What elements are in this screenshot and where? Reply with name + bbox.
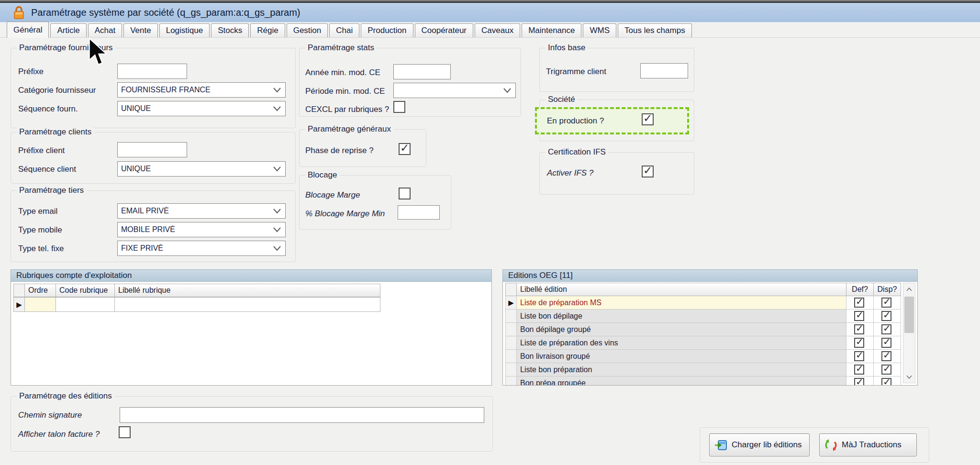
ordre-cell[interactable] — [24, 297, 56, 312]
activer-ifs-checkbox[interactable] — [642, 166, 654, 177]
group-title: Certification IFS — [546, 147, 608, 157]
table-row[interactable]: Liste bon préparation — [506, 363, 901, 376]
tab-chai[interactable]: Chai — [329, 23, 359, 37]
table-row[interactable]: Bon dépilage groupé — [506, 323, 901, 336]
disp-checkbox[interactable] — [881, 338, 891, 348]
column-header[interactable]: Def? — [846, 283, 874, 296]
tab-cooperateur[interactable]: Coopérateur — [415, 23, 474, 37]
scroll-up-icon[interactable] — [903, 283, 915, 295]
def-checkbox[interactable] — [854, 311, 864, 321]
libelle-edition-cell[interactable]: Bon livraison groupé — [516, 350, 846, 363]
def-checkbox[interactable] — [854, 351, 864, 361]
disp-checkbox[interactable] — [881, 378, 891, 386]
row-selector-icon: ▶ — [16, 301, 22, 308]
tab-stocks[interactable]: Stocks — [211, 23, 249, 37]
prefixe-label: Préfixe — [18, 67, 44, 77]
type-mobile-select[interactable]: MOBILE PRIVÉ — [117, 222, 286, 237]
libelle-edition-cell[interactable]: Liste bon préparation — [516, 363, 846, 376]
chevron-down-icon — [272, 245, 282, 252]
disp-checkbox[interactable] — [881, 365, 891, 375]
libelle-edition-cell[interactable]: Liste de préparation MS — [516, 296, 846, 310]
chemin-signature-input[interactable] — [120, 407, 484, 423]
table-row[interactable]: ▶ — [14, 297, 380, 312]
libelle-rubrique-cell[interactable] — [114, 297, 380, 312]
phase-reprise-label: Phase de reprise ? — [305, 146, 374, 155]
activer-ifs-label: Activer IFS ? — [547, 168, 593, 178]
tab-gestion[interactable]: Gestion — [287, 23, 328, 37]
blocage-marge-min-input[interactable] — [398, 205, 440, 220]
prefixe-input[interactable] — [117, 64, 187, 79]
disp-checkbox[interactable] — [881, 298, 891, 308]
def-checkbox[interactable] — [854, 365, 864, 375]
type-tel-fixe-select[interactable]: FIXE PRIVÉ — [117, 241, 286, 256]
categorie-fournisseur-select[interactable]: FOURNISSEUR FRANCE — [117, 82, 286, 98]
table-row[interactable]: Liste bon dépilage — [506, 310, 901, 323]
chevron-down-icon — [272, 208, 282, 214]
row-selector-icon: ▶ — [508, 299, 514, 306]
libelle-edition-cell[interactable]: Bon prépa groupée — [516, 376, 846, 386]
column-header[interactable]: Libellé édition — [516, 283, 846, 296]
tab-article[interactable]: Article — [50, 23, 86, 37]
tab-maintenance[interactable]: Maintenance — [522, 23, 581, 37]
column-header[interactable]: Ordre — [24, 284, 56, 297]
afficher-talon-checkbox[interactable] — [119, 426, 131, 438]
libelle-edition-cell[interactable]: Liste de préparation des vins — [516, 336, 846, 350]
disp-checkbox[interactable] — [881, 324, 891, 334]
table-row[interactable]: Bon livraison groupé — [506, 350, 901, 363]
tab-caveaux[interactable]: Caveaux — [475, 23, 520, 37]
tab-logistique[interactable]: Logistique — [159, 23, 210, 37]
tab-production[interactable]: Production — [361, 23, 413, 37]
vertical-scrollbar[interactable] — [903, 283, 915, 383]
tab-achat[interactable]: Achat — [88, 23, 122, 37]
periode-min-select[interactable] — [393, 83, 516, 98]
sequence-client-select[interactable]: UNIQUE — [117, 161, 286, 177]
en-production-checkbox[interactable] — [642, 113, 654, 125]
rubriques-header-row: Ordre Code rubrique Libellé rubrique — [14, 284, 380, 297]
editions-table: Libellé édition Def? Disp? ▶ Liste de pr… — [502, 282, 918, 386]
def-checkbox[interactable] — [854, 324, 864, 334]
rubriques-panel-header: Rubriques compte d'exploitation — [11, 269, 492, 282]
charger-lib-editions-button[interactable]: Charger lib éditions — [709, 433, 810, 456]
def-checkbox[interactable] — [854, 378, 864, 386]
cexcl-checkbox[interactable] — [393, 101, 405, 113]
maj-traductions-button[interactable]: MàJ Traductions — [819, 433, 917, 456]
app-window: Paramétrage système par société (q_gs_pa… — [0, 0, 980, 465]
table-row[interactable]: Bon prépa groupée — [506, 376, 901, 386]
group-title: Société — [546, 95, 578, 104]
scrollbar-thumb[interactable] — [904, 297, 914, 333]
annee-min-input[interactable] — [393, 64, 451, 79]
blocage-marge-label: Blocage Marge — [305, 190, 360, 200]
table-row[interactable]: ▶ Liste de préparation MS — [506, 296, 901, 310]
tab-regie[interactable]: Régie — [250, 23, 285, 37]
blocage-marge-checkbox[interactable] — [399, 188, 411, 199]
tab-wms[interactable]: WMS — [583, 23, 616, 37]
column-header[interactable]: Libellé rubrique — [114, 284, 380, 297]
chemin-signature-label: Chemin signature — [18, 410, 82, 420]
button-label: Charger lib éditions — [732, 440, 802, 450]
type-email-select[interactable]: EMAIL PRIVÉ — [117, 203, 286, 219]
scroll-down-icon[interactable] — [903, 371, 915, 383]
tab-general[interactable]: Général — [7, 22, 49, 38]
tab-vente[interactable]: Vente — [123, 23, 158, 37]
disp-checkbox[interactable] — [881, 351, 891, 361]
libelle-edition-cell[interactable]: Liste bon dépilage — [516, 310, 846, 323]
libelle-edition-cell[interactable]: Bon dépilage groupé — [516, 323, 846, 336]
type-email-label: Type email — [18, 207, 57, 216]
column-header[interactable]: Code rubrique — [56, 284, 115, 297]
def-checkbox[interactable] — [854, 338, 864, 348]
rubriques-table: Ordre Code rubrique Libellé rubrique ▶ — [11, 282, 492, 386]
disp-checkbox[interactable] — [881, 311, 891, 321]
trigramme-input[interactable] — [640, 63, 688, 78]
sequence-fourn-select[interactable]: UNIQUE — [117, 101, 286, 116]
tab-tous-les-champs[interactable]: Tous les champs — [618, 23, 692, 37]
prefixe-client-input[interactable] — [117, 142, 187, 157]
rubriques-panel: Rubriques compte d'exploitation Ordre Co… — [11, 269, 492, 386]
load-editions-icon — [714, 439, 727, 452]
column-header[interactable]: Disp? — [873, 283, 901, 296]
def-checkbox[interactable] — [854, 298, 864, 308]
code-rubrique-cell[interactable] — [56, 297, 115, 312]
phase-reprise-checkbox[interactable] — [399, 143, 411, 155]
table-row[interactable]: Liste de préparation des vins — [506, 336, 901, 350]
group-title: Paramétrage tiers — [17, 186, 86, 195]
page-title: Paramétrage système par société (q_gs_pa… — [31, 7, 301, 18]
